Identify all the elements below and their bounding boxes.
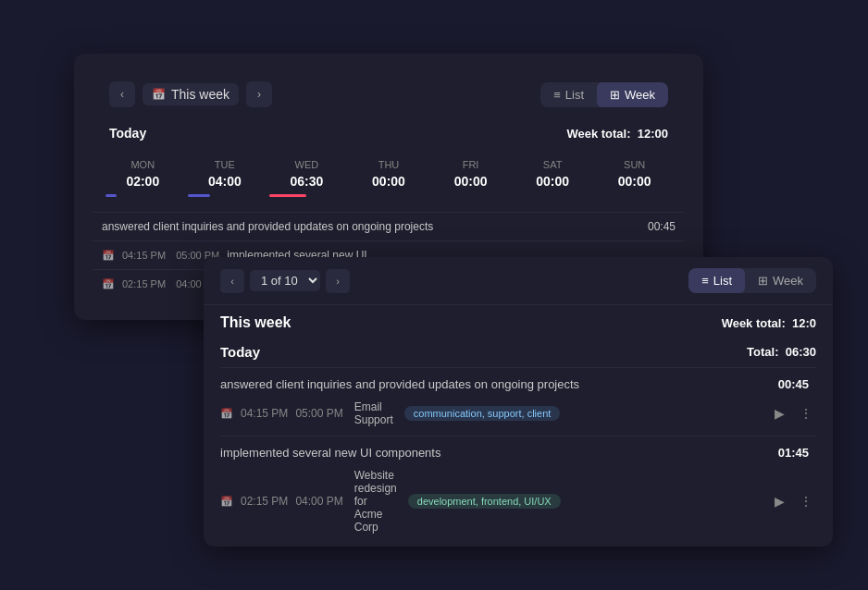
view-toggle-front: ≡ List ⊞ Week (688, 268, 816, 293)
day-col-mon: MON 02:00 (102, 152, 184, 204)
today-label-back: Today (109, 126, 146, 141)
days-grid: MON 02:00 TUE 04:00 WED 06:30 THU 00:00 … (93, 152, 685, 204)
week-view-button-back[interactable]: ⊞ Week (597, 82, 668, 107)
day-col-wed: WED 06:30 (266, 152, 348, 204)
list-icon-back: ≡ (553, 88, 561, 102)
week-label: This week (171, 87, 229, 102)
front-card-header: ‹ 1 of 10 2 of 10 › ≡ List ⊞ Week (204, 257, 833, 305)
list-view-card: ‹ 1 of 10 2 of 10 › ≡ List ⊞ Week This w… (204, 257, 833, 547)
entry-group-0-detail: 📅 04:15 PM 05:00 PM Email Support commun… (220, 397, 816, 430)
week-view-button-front[interactable]: ⊞ Week (745, 268, 816, 293)
list-icon-front: ≡ (701, 274, 709, 288)
entry-group-0-header: answered client inquiries and provided u… (220, 377, 816, 397)
week-navigation: ‹ 📅 This week › (109, 81, 272, 107)
day-col-thu: THU 00:00 (348, 152, 430, 204)
back-week-summary: Today Week total: 12:00 (93, 120, 685, 152)
today-title: Today (220, 344, 260, 360)
front-week-label: This week (220, 314, 291, 331)
next-week-button[interactable]: › (246, 81, 272, 107)
next-page-button[interactable]: › (326, 269, 350, 293)
prev-week-button[interactable]: ‹ (109, 81, 135, 107)
pagination: ‹ 1 of 10 2 of 10 › (220, 269, 350, 293)
day-col-fri: FRI 00:00 (429, 152, 512, 204)
cal-icon-1: 📅 (102, 250, 115, 262)
list-view-button-front[interactable]: ≡ List (688, 268, 745, 293)
today-header: Today Total: 06:30 (220, 344, 816, 360)
entry-tag-1: development, frontend, UI/UX (408, 494, 561, 509)
week-label-wrap: 📅 This week (143, 83, 239, 105)
calendar-icon: 📅 (152, 88, 166, 101)
entry-group-0: answered client inquiries and provided u… (220, 367, 816, 436)
page-select[interactable]: 1 of 10 2 of 10 (250, 270, 320, 291)
day-col-sat: SAT 00:00 (512, 152, 594, 204)
back-entry-0: answered client inquiries and provided u… (93, 212, 685, 240)
entry-cal-icon-1: 📅 (220, 496, 233, 508)
entry-group-1: implemented several new UI components 01… (220, 436, 816, 543)
entry-group-1-header: implemented several new UI components 01… (220, 446, 816, 465)
today-total: Total: 06:30 (747, 345, 816, 359)
prev-page-button[interactable]: ‹ (220, 269, 244, 293)
play-button-0[interactable]: ▶ (771, 404, 788, 423)
front-week-summary: This week Week total: 12:0 (204, 305, 833, 338)
front-week-total: Week total: 12:0 (722, 316, 816, 330)
entry-tag-0: communication, support, client (404, 406, 561, 421)
day-col-sun: SUN 00:00 (593, 152, 676, 204)
cal-icon-2: 📅 (102, 278, 115, 290)
more-button-1[interactable]: ⋮ (796, 492, 816, 510)
grid-icon-back: ⊞ (610, 88, 620, 102)
entry-cal-icon-0: 📅 (220, 408, 233, 420)
grid-icon-front: ⊞ (758, 274, 768, 288)
play-button-1[interactable]: ▶ (771, 492, 788, 510)
back-card-header: ‹ 📅 This week › ≡ List ⊞ Week (93, 68, 685, 120)
view-toggle-back: ≡ List ⊞ Week (540, 82, 668, 107)
today-section: Today Total: 06:30 answered client inqui… (204, 338, 833, 547)
day-col-tue: TUE 04:00 (184, 152, 267, 204)
list-view-button-back[interactable]: ≡ List (540, 82, 597, 107)
week-total-back: Week total: 12:00 (566, 127, 668, 141)
more-button-0[interactable]: ⋮ (796, 404, 816, 423)
entry-group-1-detail: 📅 02:15 PM 04:00 PM Website redesign for… (220, 465, 816, 537)
